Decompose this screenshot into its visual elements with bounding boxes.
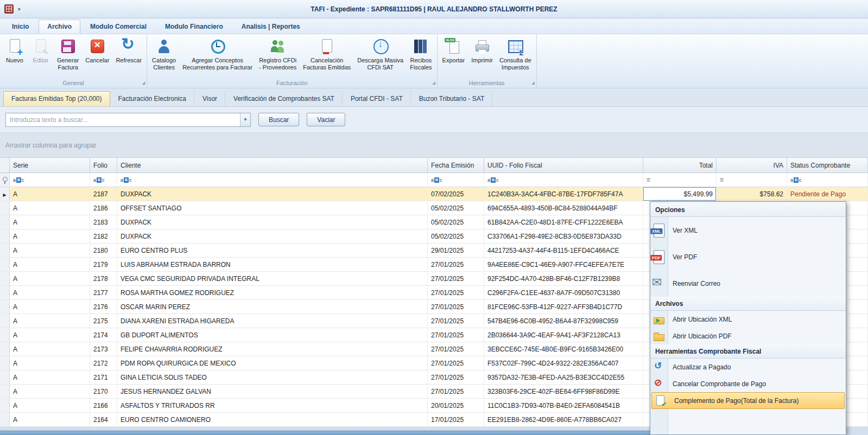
ribbon-group-label-facturacion: Facturación	[147, 79, 437, 88]
ribbon-tab[interactable]: Analisis | Reportes	[233, 20, 309, 34]
context-menu-item[interactable]: Actualizar a Pagado	[650, 359, 846, 375]
ribbon-button[interactable]: Refrescar	[112, 36, 145, 79]
row-indicator-cell	[0, 286, 10, 299]
selected-row-arrow-icon	[3, 190, 6, 198]
group-by-panel[interactable]: Arrastrar columna para agrupar	[0, 133, 868, 158]
column-header-uuid[interactable]: UUID - Folio Fiscal	[484, 158, 643, 172]
ribbon-button-icon	[411, 38, 430, 55]
cell-uuid: 61B842AA-C2E0-48D1-87FE-CFF1222E6EBA	[484, 215, 643, 229]
dialog-launcher-icon[interactable]	[142, 79, 145, 87]
ribbon-button-icon	[208, 38, 227, 55]
row-indicator-cell	[0, 385, 10, 398]
dialog-launcher-icon[interactable]	[432, 79, 435, 87]
menu-item-icon	[652, 361, 666, 373]
column-header-status[interactable]: Status Comprobante	[787, 158, 868, 172]
ribbon-button[interactable]: Catalogo Clientes	[149, 36, 179, 79]
filter-cell-cliente[interactable]	[117, 173, 428, 187]
context-menu-item[interactable]: Abrir Ubicación XML	[650, 311, 846, 328]
filter-cell-uuid[interactable]	[484, 173, 643, 187]
search-bar: Buscar Vaciar	[0, 107, 868, 133]
cell-uuid: C33706A1-F298-49E2-8CB3-0D5E873DA33D	[484, 229, 643, 243]
cell-cliente: ASFALTOS Y TRITURADOS RR	[117, 399, 428, 412]
ribbon-group-general: Nuevo Editar Generar Factura Cancelar	[0, 34, 147, 88]
menu-item-icon	[650, 222, 667, 238]
cell-uuid: 323B03F6-29CE-402F-BE64-6FF98F86D99E	[484, 385, 643, 398]
cell-folio: 2187	[90, 187, 117, 201]
cell-total: $5,499.99	[643, 187, 717, 201]
context-menu-item[interactable]: Ver PDF	[650, 244, 846, 270]
vaciar-button[interactable]: Vaciar	[307, 113, 345, 126]
dialog-launcher-icon[interactable]	[531, 79, 534, 87]
search-combobox	[5, 113, 251, 127]
filter-cell-folio[interactable]	[90, 173, 117, 187]
grid-row[interactable]: A 2187 DUXPACK 07/02/2025 1C240B3A-3AC4-…	[0, 187, 868, 201]
buscar-button[interactable]: Buscar	[258, 113, 299, 126]
filter-row-pin-icon	[0, 173, 10, 187]
row-indicator-cell	[0, 187, 10, 201]
cell-cliente: EURO CENTRO CAMIONERO	[117, 413, 428, 426]
filter-cell-total[interactable]	[643, 173, 717, 187]
ribbon-button[interactable]: Cancelar	[82, 36, 112, 79]
cell-cliente: OSCAR MARIN PEREZ	[117, 300, 428, 314]
ribbon-button-icon	[88, 38, 106, 55]
column-header-fecha-emision[interactable]: Fecha Emisión	[428, 158, 484, 172]
ribbon-button-icon	[269, 38, 287, 55]
cell-folio: 2186	[90, 201, 117, 215]
cell-cliente: EURO CENTRO PLUS	[117, 244, 428, 257]
ribbon-tab[interactable]: Modulo Financiero	[156, 20, 232, 34]
ribbon-group-label-herramientas: Herramientas	[438, 79, 536, 88]
view-tab[interactable]: Buzon Tributario - SAT	[411, 91, 493, 106]
view-tab[interactable]: Facturas Emitidas Top (20,000)	[3, 91, 110, 106]
view-tab[interactable]: Verificación de Comprobantes SAT	[225, 91, 343, 106]
view-tab[interactable]: Visor	[194, 91, 225, 106]
search-input[interactable]	[6, 113, 240, 126]
ribbon-button[interactable]: Consulta de Impuestos	[496, 36, 535, 79]
cell-folio: 2170	[90, 385, 117, 398]
cell-cliente: GB DUPORT ALIMENTOS	[117, 328, 428, 342]
cell-uuid: 11C0C1B3-7D93-407B-B4E0-2EFA6084541B	[484, 399, 643, 412]
cell-folio: 2177	[90, 286, 117, 299]
ribbon-tab[interactable]: Modulo Comercial	[81, 20, 155, 34]
ribbon-button-icon	[5, 38, 24, 55]
ribbon-button[interactable]: Exportar	[439, 36, 468, 79]
row-indicator-cell	[0, 215, 10, 229]
ribbon-button[interactable]: Agregar Conceptos Recurrentes para Factu…	[179, 36, 256, 79]
column-header-folio[interactable]: Folio	[90, 158, 117, 172]
abc-filter-icon	[790, 177, 802, 183]
ribbon-button[interactable]: Cancelación Facturas Emitidas	[300, 36, 354, 79]
cell-uuid: 3EBCCE6C-745E-4B0E-B9FC-9165B3426E00	[484, 342, 643, 356]
filter-cell-status[interactable]	[787, 173, 868, 187]
context-menu-item[interactable]: Abrir Ubicación PDF	[650, 328, 846, 344]
view-tab[interactable]: Facturación Electronica	[110, 91, 194, 106]
ribbon-button[interactable]: Registro CFDi - Proveedores	[256, 36, 300, 79]
cell-iva: $758.62	[717, 187, 787, 201]
column-header-total[interactable]: Total	[643, 158, 717, 172]
filter-cell-serie[interactable]	[10, 173, 90, 187]
ribbon-group-herramientas: Exportar Imprimir Consulta de Impuestos …	[438, 34, 537, 88]
cell-cliente: DIANA XARENI ESTRADA HIGAREDA	[117, 314, 428, 328]
ribbon-tab[interactable]: Archivo	[39, 20, 80, 34]
abc-filter-icon	[93, 177, 105, 183]
row-indicator-cell	[0, 370, 10, 384]
context-menu-item[interactable]: Reenviar Correo	[650, 270, 846, 297]
context-menu-item[interactable]: Cancelar Comprobante de Pago	[650, 375, 846, 392]
ribbon-button[interactable]: Recibos Fiscales	[407, 36, 435, 79]
ribbon-button[interactable]: Editar	[28, 36, 54, 79]
context-menu-section-header: Opciones	[650, 203, 846, 217]
combobox-dropdown-icon[interactable]	[240, 113, 250, 126]
column-header-iva[interactable]: IVA	[717, 158, 787, 172]
filter-cell-iva[interactable]	[717, 173, 787, 187]
ribbon-button[interactable]: Generar Factura	[54, 36, 82, 79]
ribbon-button[interactable]: Imprimir	[468, 36, 496, 79]
ribbon-tab[interactable]: Inicio	[3, 20, 37, 34]
context-menu-item[interactable]: Complemento de Pago(Total de la Factura)	[651, 392, 845, 409]
ribbon-button[interactable]: Nuevo	[2, 36, 28, 79]
column-header-cliente[interactable]: Cliente	[117, 158, 428, 172]
view-tab[interactable]: Portal CFDI - SAT	[343, 91, 411, 106]
ribbon-button[interactable]: Descarga Masiva CFDi SAT	[354, 36, 407, 79]
context-menu-item[interactable]: Ver XML	[650, 217, 846, 244]
filter-cell-fecha[interactable]	[428, 173, 484, 187]
horizontal-scrollbar[interactable]	[0, 431, 650, 435]
cell-cliente: DUXPACK	[117, 215, 428, 229]
column-header-serie[interactable]: Serie	[10, 158, 90, 172]
